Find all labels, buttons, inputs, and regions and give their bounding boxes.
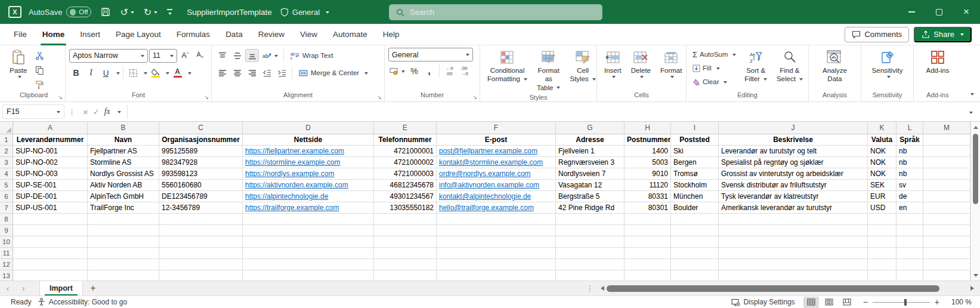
cell-F8[interactable] xyxy=(437,214,556,225)
cell-I11[interactable] xyxy=(671,248,719,259)
cut-button[interactable] xyxy=(33,49,47,62)
cell-I4[interactable]: Tromsø xyxy=(671,168,719,180)
cell-L6[interactable]: de xyxy=(896,191,923,202)
alignment-dialog-launcher[interactable]: ↘ xyxy=(377,94,382,100)
save-button[interactable] xyxy=(101,7,110,17)
cell-C6[interactable]: DE123456789 xyxy=(159,191,243,202)
page-break-preview-button[interactable] xyxy=(839,297,855,308)
cell-A11[interactable] xyxy=(13,248,88,259)
cell-A7[interactable]: SUP-US-001 xyxy=(13,202,88,214)
comments-button[interactable]: Comments xyxy=(845,27,909,42)
cell-F3[interactable]: kontakt@stormline.example.com xyxy=(437,157,556,168)
decrease-font-size-button[interactable]: A˅ xyxy=(193,49,207,62)
cell-F10[interactable] xyxy=(437,236,556,248)
row-header-4[interactable]: 4 xyxy=(0,168,13,180)
row-header-7[interactable]: 7 xyxy=(0,202,13,214)
cell-B11[interactable] xyxy=(88,248,159,259)
cell-C13[interactable] xyxy=(159,270,243,281)
cell-M6[interactable] xyxy=(923,191,970,202)
cell-styles-button[interactable]: CellStyles xyxy=(566,48,599,85)
cell-F7[interactable]: hello@trailforge.example.com xyxy=(437,202,556,214)
cell-J11[interactable] xyxy=(719,248,868,259)
row-header-2[interactable]: 2 xyxy=(0,146,13,157)
cell-H9[interactable] xyxy=(625,225,671,236)
autosave-toggle[interactable]: Off xyxy=(66,7,91,17)
row-header-5[interactable]: 5 xyxy=(0,180,13,191)
display-settings-button[interactable]: Display Settings xyxy=(731,298,795,306)
cell-M1[interactable] xyxy=(923,134,970,146)
new-sheet-button[interactable]: + xyxy=(83,281,103,295)
cell-I5[interactable]: Stockholm xyxy=(671,180,719,191)
cell-C8[interactable] xyxy=(159,214,243,225)
cell-J6[interactable]: Tysk leverandør av klatreutstyr xyxy=(719,191,868,202)
cell-A3[interactable]: SUP-NO-002 xyxy=(13,157,88,168)
merge-center-button[interactable]: Merge & Center xyxy=(295,66,372,79)
cell-B6[interactable]: AlpinTech GmbH xyxy=(88,191,159,202)
cell-F2[interactable]: post@fjellpartner.example.com xyxy=(437,146,556,157)
cell-J9[interactable] xyxy=(719,225,868,236)
cell-K12[interactable] xyxy=(868,259,896,270)
cell-I13[interactable] xyxy=(671,270,719,281)
format-cells-button[interactable]: Format xyxy=(657,48,685,81)
increase-font-size-button[interactable]: A^ xyxy=(178,49,192,62)
cell-E2[interactable]: 4721000001 xyxy=(374,146,437,157)
cell-D11[interactable] xyxy=(243,248,374,259)
cell-E1[interactable]: Telefonnummer xyxy=(374,134,437,146)
cell-G8[interactable] xyxy=(556,214,625,225)
cell-H5[interactable]: 11120 xyxy=(625,180,671,191)
align-left-button[interactable] xyxy=(215,66,229,79)
horizontal-scroll-thumb[interactable] xyxy=(607,285,939,292)
cell-L13[interactable] xyxy=(896,270,923,281)
cell-B5[interactable]: Aktiv Norden AB xyxy=(88,180,159,191)
cell-I6[interactable]: München xyxy=(671,191,719,202)
cell-L12[interactable] xyxy=(896,259,923,270)
insert-function-button[interactable]: fx xyxy=(104,107,110,116)
column-header-K[interactable]: K xyxy=(868,122,896,134)
cell-B2[interactable]: Fjellpartner AS xyxy=(88,146,159,157)
row-header-12[interactable]: 12 xyxy=(0,259,13,270)
bottom-align-button[interactable] xyxy=(245,49,259,62)
cell-C3[interactable]: 982347928 xyxy=(159,157,243,168)
column-header-I[interactable]: I xyxy=(671,122,719,134)
horizontal-scrollbar[interactable] xyxy=(598,281,980,295)
cell-F4[interactable]: ordre@nordlys.example.com xyxy=(437,168,556,180)
increase-decimal-button[interactable]: ←0.00 xyxy=(443,64,456,78)
cell-D4[interactable]: https://nordlys.example.com xyxy=(243,168,374,180)
cell-E8[interactable] xyxy=(374,214,437,225)
cell-A5[interactable]: SUP-SE-001 xyxy=(13,180,88,191)
cell-B13[interactable] xyxy=(88,270,159,281)
cell-I1[interactable]: Poststed xyxy=(671,134,719,146)
tab-formulas[interactable]: Formulas xyxy=(169,24,218,45)
cell-L8[interactable] xyxy=(896,214,923,225)
analyze-data-button[interactable]: AnalyzeData xyxy=(819,48,851,85)
cell-C4[interactable]: 993598123 xyxy=(159,168,243,180)
page-layout-view-button[interactable] xyxy=(821,297,837,308)
cell-G11[interactable] xyxy=(556,248,625,259)
addins-button[interactable]: Add-ins xyxy=(923,48,953,76)
autosave-control[interactable]: AutoSave Off xyxy=(29,7,91,17)
cell-G13[interactable] xyxy=(556,270,625,281)
cell-A2[interactable]: SUP-NO-001 xyxy=(13,146,88,157)
cell-D9[interactable] xyxy=(243,225,374,236)
formula-input[interactable] xyxy=(127,104,964,119)
cell-B1[interactable]: Navn xyxy=(88,134,159,146)
cell-D8[interactable] xyxy=(243,214,374,225)
share-button[interactable]: Share xyxy=(914,27,972,42)
cell-L9[interactable] xyxy=(896,225,923,236)
cell-M10[interactable] xyxy=(923,236,970,248)
cell-G9[interactable] xyxy=(556,225,625,236)
cell-L7[interactable]: en xyxy=(896,202,923,214)
font-color-dropdown-icon[interactable] xyxy=(188,72,191,76)
row-header-8[interactable]: 8 xyxy=(0,214,13,225)
cell-A13[interactable] xyxy=(13,270,88,281)
confirm-entry-button[interactable]: ✓ xyxy=(93,107,100,116)
cell-F11[interactable] xyxy=(437,248,556,259)
tab-home[interactable]: Home xyxy=(35,24,73,45)
comma-style-button[interactable]: , xyxy=(422,64,436,78)
cell-D5[interactable]: https://aktivnorden.example.com xyxy=(243,180,374,191)
column-header-L[interactable]: L xyxy=(896,122,923,134)
cell-A1[interactable]: Leverandørnummer xyxy=(13,134,88,146)
cell-M7[interactable] xyxy=(923,202,970,214)
cell-C7[interactable]: 12-3456789 xyxy=(159,202,243,214)
cell-A9[interactable] xyxy=(13,225,88,236)
